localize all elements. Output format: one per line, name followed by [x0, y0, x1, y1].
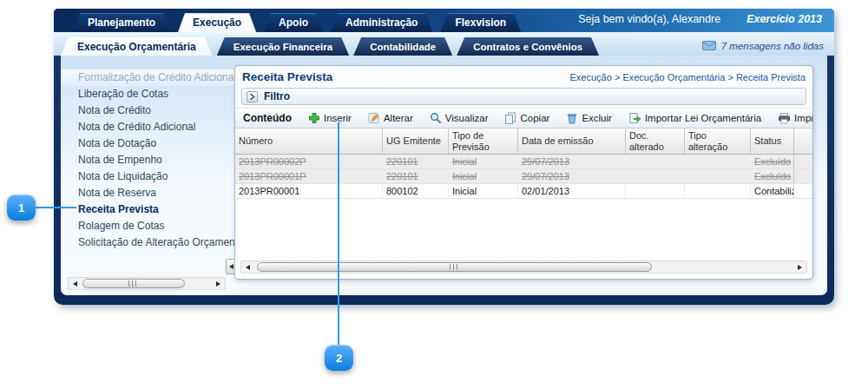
column-header-tipo-alteracao[interactable]: Tipo alteração [685, 129, 751, 154]
sidebar-item-nota-empenho[interactable]: Nota de Empenho [61, 152, 240, 168]
cell-numero: 2013PR00001P [235, 169, 383, 183]
button-label: Visualizar [445, 113, 489, 123]
scrollbar-thumb[interactable] [257, 262, 652, 272]
column-header-numero[interactable]: Número [235, 129, 383, 154]
content-area: Formalização de Crédito Adicional Libera… [61, 56, 827, 295]
cell-doc-alterado [626, 169, 685, 183]
sidebar-item-formalizacao-credito-adicional[interactable]: Formalização de Crédito Adicional [61, 69, 240, 86]
table-horizontal-scrollbar[interactable] [240, 260, 807, 274]
cell-tipo-alteracao [685, 169, 751, 183]
column-header-tipo-previsao[interactable]: Tipo de Previsão [449, 129, 518, 154]
page-title: Receita Prevista [242, 70, 332, 83]
button-label: Imprimir [794, 113, 813, 123]
sidebar-item-nota-reserva[interactable]: Nota de Reserva [61, 185, 240, 201]
tab-flexvision[interactable]: Flexvision [440, 13, 521, 32]
subtab-contratos-convenios[interactable]: Contratos e Convênios [457, 37, 599, 56]
edit-button[interactable]: Alterar [368, 112, 413, 124]
cell-ug-emitente: 220101 [383, 169, 449, 183]
tab-label: Apoio [279, 16, 308, 29]
edit-icon [368, 112, 380, 124]
sidebar-item-nota-credito[interactable]: Nota de Crédito [61, 102, 240, 119]
scroll-right-button[interactable] [212, 278, 225, 289]
sidebar-item-receita-prevista[interactable]: Receita Prevista [61, 201, 240, 218]
column-header-status[interactable]: Status [751, 129, 794, 154]
callout-2-line [338, 122, 339, 345]
cell-data-emissao: 29/07/2013 [518, 169, 626, 183]
exercise-label: Exercício 2013 [746, 13, 822, 25]
scroll-left-button[interactable] [241, 261, 254, 273]
cell-doc-alterado [626, 155, 685, 168]
cell-numero: 2013PR00002P [235, 155, 383, 168]
subtab-label: Contratos e Convênios [473, 42, 582, 52]
tab-planejamento[interactable]: Planejamento [73, 13, 170, 32]
cell-status: Excluído [751, 169, 794, 183]
arrow-left-icon [246, 265, 250, 270]
table-row[interactable]: 2013PR00001 800102 Inicial 02/01/2013 Co… [235, 184, 812, 199]
column-header-ug-emitente[interactable]: UG Emitente [383, 129, 449, 154]
top-right-info: Seja bem vindo(a), Alexandre Exercício 2… [578, 9, 822, 32]
tab-execucao[interactable]: Execução [178, 13, 256, 32]
table-row[interactable]: 2013PR00002P 220101 Inicial 29/07/2013 E… [235, 155, 812, 169]
column-header-data-emissao[interactable]: Data de emissão [518, 129, 626, 154]
cell-doc-alterado [626, 184, 685, 198]
delete-button[interactable]: Excluir [566, 112, 612, 124]
sidebar-item-nota-liquidacao[interactable]: Nota de Liquidação [61, 168, 240, 185]
arrow-right-icon [798, 265, 802, 270]
cell-data-emissao: 02/01/2013 [518, 184, 626, 198]
cell-ug-emitente: 220101 [383, 155, 449, 168]
cell-tipo-previsao: Inicial [449, 184, 518, 198]
table-header-row: Número UG Emitente Tipo de Previsão Data… [235, 129, 812, 155]
subtab-label: Execução Financeira [233, 42, 332, 52]
sidebar-item-rolagem-cotas[interactable]: Rolagem de Cotas [61, 218, 240, 234]
scrollbar-grip-icon [128, 280, 139, 287]
callout-number: 2 [336, 352, 342, 365]
sidebar-horizontal-scrollbar[interactable] [68, 277, 226, 290]
tab-label: Planejamento [88, 16, 155, 29]
subtab-contabilidade[interactable]: Contabilidade [353, 37, 452, 56]
view-button[interactable]: Visualizar [430, 112, 489, 124]
print-button[interactable]: Imprimir [778, 112, 813, 124]
arrow-left-icon [229, 264, 233, 269]
scrollbar-thumb[interactable] [82, 279, 185, 288]
plus-icon [308, 112, 320, 124]
copy-icon [504, 112, 516, 124]
insert-button[interactable]: Inserir [308, 112, 352, 124]
button-label: Copiar [520, 113, 549, 123]
scroll-left-button[interactable] [69, 278, 82, 289]
button-label: Alterar [384, 113, 413, 123]
messages-link[interactable]: 7 mensagens não lidas [702, 37, 824, 56]
sidebar-item-solicitacao-alteracao[interactable]: Solicitação de Alteração Orçament [61, 234, 240, 251]
application-window: Planejamento Execução Apoio Administraçã… [54, 9, 834, 305]
filter-bar[interactable]: Filtro [241, 88, 806, 105]
magnifier-icon [430, 112, 442, 124]
import-budget-law-button[interactable]: Importar Lei Orçamentária [628, 112, 761, 124]
results-table: Número UG Emitente Tipo de Previsão Data… [235, 129, 812, 257]
welcome-text: Seja bem vindo(a), Alexandre [578, 13, 720, 25]
scroll-right-button[interactable] [793, 261, 806, 273]
cell-tipo-previsao: Inicial [449, 155, 518, 168]
column-header-doc-alterado[interactable]: Doc. alterado [626, 129, 685, 154]
sidebar-menu: Formalização de Crédito Adicional Libera… [61, 56, 240, 295]
sidebar-item-nota-credito-adicional[interactable]: Nota de Crédito Adicional [61, 119, 240, 135]
callout-number: 1 [18, 201, 24, 214]
sidebar-item-nota-dotacao[interactable]: Nota de Dotação [61, 135, 240, 152]
callout-2-badge: 2 [325, 345, 353, 371]
cell-ug-emitente: 800102 [383, 184, 449, 198]
copy-button[interactable]: Copiar [504, 112, 549, 124]
breadcrumb[interactable]: Execução > Execução Orçamentária > Recei… [570, 72, 806, 82]
subtab-execucao-financeira[interactable]: Execução Financeira [217, 37, 349, 56]
subtab-execucao-orcamentaria[interactable]: Execução Orçamentária [61, 37, 213, 56]
filter-expand-button[interactable] [247, 91, 258, 102]
page: Planejamento Execução Apoio Administraçã… [0, 0, 868, 389]
table-row[interactable]: 2013PR00001P 220101 Inicial 29/07/2013 E… [235, 169, 812, 184]
filter-label: Filtro [264, 90, 290, 102]
tab-administracao[interactable]: Administração [331, 13, 432, 32]
trash-icon [566, 112, 578, 124]
tab-apoio[interactable]: Apoio [264, 13, 323, 32]
sub-tabs: Execução Orçamentária Execução Financeir… [61, 37, 599, 56]
subtab-label: Execução Orçamentária [77, 41, 196, 53]
callout-1-badge: 1 [7, 194, 36, 221]
sidebar-item-liberacao-cotas[interactable]: Liberação de Cotas [61, 86, 240, 102]
main-panel: Receita Prevista Execução > Execução Orç… [234, 65, 813, 280]
cell-status: Excluído [751, 155, 794, 168]
